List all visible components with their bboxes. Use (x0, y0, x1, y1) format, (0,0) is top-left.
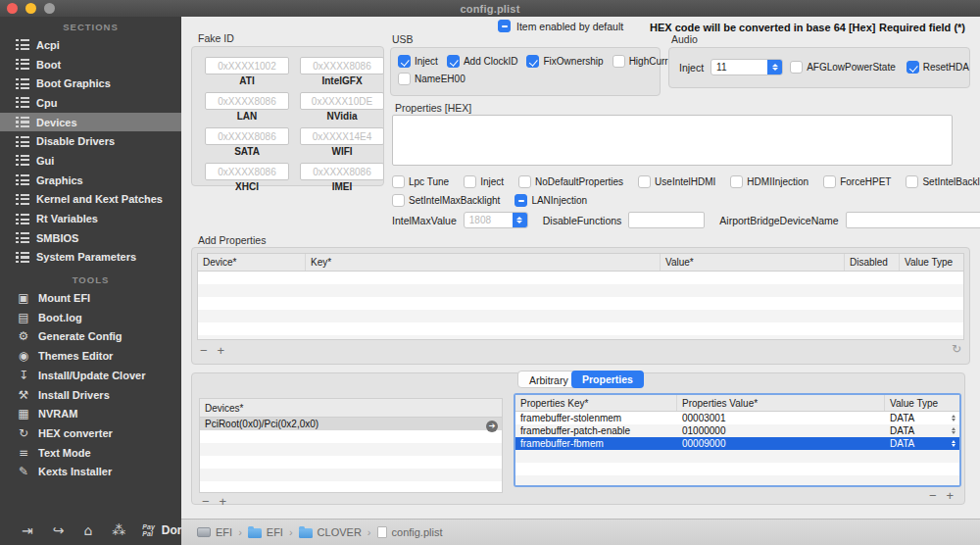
lpc-tune-checkbox-item: Lpc Tune (392, 175, 449, 188)
highcurrent-checkbox[interactable] (612, 55, 625, 68)
fake-id-xhci-input[interactable] (205, 163, 289, 180)
export-config-icon[interactable]: ↪ (53, 523, 65, 537)
add-device-button[interactable]: + (220, 495, 227, 508)
home-icon[interactable]: ⌂ (83, 523, 92, 537)
table-row[interactable] (198, 322, 963, 335)
lpc-tune-checkbox[interactable] (392, 175, 405, 188)
sidebar-item-smbios[interactable]: SMBIOS (0, 228, 181, 248)
sidebar-item-label: Graphics (36, 174, 83, 186)
sidebar-tool-generate-config[interactable]: ⚙Generate Config (0, 327, 181, 347)
table-row[interactable] (198, 310, 963, 322)
devices-table[interactable]: Devices* PciRoot(0x0)/Pci(0x2,0x0) (199, 398, 503, 493)
fake-id-sata-input[interactable] (205, 127, 289, 145)
sidebar-tool-install-update-clover[interactable]: ↧Install/Update Clover (0, 366, 181, 385)
device-row[interactable]: PciRoot(0x0)/Pci(0x2,0x0) (200, 418, 502, 430)
add-clockid-checkbox[interactable] (447, 55, 460, 68)
breadcrumb-item-efi[interactable]: EFI (248, 526, 283, 538)
table-row[interactable] (198, 284, 963, 297)
sidebar-item-boot-graphics[interactable]: Boot Graphics (0, 74, 181, 93)
table-row[interactable] (515, 450, 959, 463)
table-row[interactable] (515, 475, 959, 487)
sidebar-tool-boot-log[interactable]: ▤Boot.log (0, 308, 181, 327)
add-row-button[interactable]: + (218, 344, 225, 357)
table-row[interactable] (200, 469, 502, 481)
sidebar-item-kernel-and-kext-patches[interactable]: Kernel and Kext Patches (0, 190, 181, 210)
sidebar-tool-install-drivers[interactable]: ⚒Install Drivers (0, 385, 181, 405)
table-row[interactable] (198, 297, 963, 310)
airport-bridge-input[interactable] (846, 212, 980, 228)
disable-functions-input[interactable] (628, 212, 705, 228)
table-row[interactable] (198, 272, 963, 284)
sidebar-tool-kexts-installer[interactable]: ✎Kexts Installer (0, 462, 181, 481)
property-row[interactable]: framebuffer-stolenmem00003001DATA (515, 412, 959, 424)
table-row[interactable] (200, 430, 502, 443)
refresh-icon[interactable]: ↻ (952, 342, 961, 356)
fake-id-imei-input[interactable] (300, 163, 384, 180)
share-icon[interactable]: ⁂ (112, 523, 125, 537)
sidebar-item-graphics[interactable]: Graphics (0, 171, 181, 190)
table-row[interactable] (200, 481, 502, 493)
folder-icon (299, 528, 313, 538)
fixownership-checkbox[interactable] (526, 55, 539, 68)
table-row[interactable] (198, 335, 963, 340)
resethda-checkbox[interactable] (906, 61, 919, 74)
property-row[interactable]: framebuffer-patch-enable01000000DATA (515, 424, 959, 437)
laninjection-checkbox[interactable] (514, 194, 527, 207)
tab-properties[interactable]: Properties (571, 371, 644, 388)
table-row[interactable] (515, 463, 959, 475)
add-property-button[interactable]: + (947, 489, 955, 502)
audio-inject-dropdown[interactable]: 11 (710, 59, 783, 75)
remove-property-button[interactable]: − (929, 489, 937, 502)
hdmiinjection-checkbox[interactable] (730, 175, 743, 188)
nodefaultproperties-checkbox[interactable] (518, 175, 531, 188)
import-config-icon[interactable]: ⇥ (22, 523, 33, 537)
table-row[interactable] (200, 456, 502, 469)
sidebar-item-rt-variables[interactable]: Rt Variables (0, 209, 181, 228)
sidebar-item-system-parameters[interactable]: System Parameters (0, 248, 181, 268)
inject-checkbox[interactable] (464, 175, 476, 188)
properties-table[interactable]: Properties Key*Properties Value*Value Ty… (514, 393, 961, 487)
list-icon (16, 155, 29, 166)
inject-checkbox[interactable] (398, 55, 411, 68)
forcehpet-checkbox[interactable] (823, 175, 836, 188)
breadcrumb-item-config-plist[interactable]: config.plist (377, 526, 443, 538)
remove-device-button[interactable]: − (202, 495, 210, 508)
list-icon (16, 97, 29, 108)
value-type-stepper-icon[interactable] (952, 440, 956, 447)
table-row[interactable] (200, 443, 502, 456)
fake-id-lan-input[interactable] (205, 92, 289, 110)
setintelmaxbacklight-checkbox[interactable] (392, 194, 405, 207)
intel-max-value-dropdown[interactable]: 1808 (464, 212, 528, 228)
breadcrumb-item-clover[interactable]: CLOVER (299, 526, 362, 538)
value-type-stepper-icon[interactable] (952, 427, 956, 434)
property-row[interactable]: framebuffer-fbmem00009000DATA (515, 437, 959, 450)
sidebar-item-boot[interactable]: Boot (0, 55, 181, 74)
fake-id-ati-input[interactable] (205, 57, 289, 74)
sidebar-item-disable-drivers[interactable]: Disable Drivers (0, 131, 181, 151)
sidebar-tool-nvram[interactable]: ▦NVRAM (0, 404, 181, 423)
sidebar-item-cpu[interactable]: Cpu (0, 93, 181, 113)
sidebar-tool-themes-editor[interactable]: ◉Themes Editor (0, 346, 181, 366)
remove-row-button[interactable]: − (200, 344, 208, 357)
properties-hex-textarea[interactable] (392, 115, 953, 166)
value-type-stepper-icon[interactable] (952, 415, 956, 421)
sidebar-tool-hex-converter[interactable]: ↻HEX converter (0, 423, 181, 443)
hex-converter-icon: ↻ (16, 427, 31, 439)
setintelbacklight-checkbox[interactable] (906, 175, 918, 188)
move-right-icon[interactable]: ➔ (486, 421, 498, 432)
sidebar-tool-text-mode[interactable]: ≡Text Mode (0, 443, 181, 463)
sidebar-tool-mount-efi[interactable]: ▣Mount EFI (0, 288, 181, 308)
fake-id-nvidia-input[interactable] (300, 92, 384, 110)
sidebar-item-acpi[interactable]: Acpi (0, 35, 181, 55)
paypal-icon[interactable]: PayPal (142, 523, 154, 537)
breadcrumb-item-efi[interactable]: EFI (197, 526, 232, 538)
afglowpowerstate-checkbox[interactable] (790, 61, 803, 74)
sidebar-item-gui[interactable]: Gui (0, 151, 181, 171)
add-properties-table[interactable]: Device*Key*Value*DisabledValue Type (197, 253, 964, 340)
useintelhdmi-checkbox[interactable] (638, 175, 651, 188)
fake-id-wifi-input[interactable] (300, 127, 384, 145)
sidebar-item-devices[interactable]: Devices (0, 113, 181, 132)
nameeh00-checkbox[interactable] (398, 73, 411, 85)
fake-id-intelgfx-input[interactable] (300, 57, 384, 74)
list-icon (16, 174, 29, 185)
